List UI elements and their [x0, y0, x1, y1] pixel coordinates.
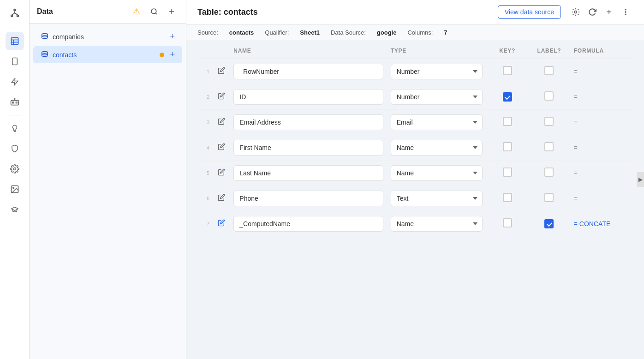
nav-icon-graduation[interactable]	[6, 200, 24, 219]
edit-icon-cell[interactable]	[213, 186, 230, 211]
column-name-input[interactable]	[233, 64, 383, 79]
nav-icon-image[interactable]	[6, 180, 24, 198]
column-type-select[interactable]: NumberTextEmailNameLongTextDateDateTimeP…	[391, 64, 483, 79]
col-header-name: NAME	[230, 41, 387, 59]
key-checkbox-cell[interactable]	[486, 186, 528, 211]
column-name-input[interactable]	[233, 114, 383, 130]
key-checkbox-cell[interactable]	[486, 59, 528, 84]
key-checkbox[interactable]	[503, 92, 512, 102]
nav-icon-bulb[interactable]	[6, 119, 24, 138]
svg-point-16	[13, 168, 16, 170]
divider	[7, 28, 22, 28]
settings-icon-button[interactable]	[568, 5, 583, 19]
edit-icon-cell[interactable]	[213, 110, 230, 135]
edit-icon-cell[interactable]	[213, 135, 230, 161]
svg-point-22	[42, 51, 48, 53]
key-checkbox[interactable]	[503, 142, 512, 151]
column-type-select[interactable]: NumberTextEmailNameLongTextDateDateTimeP…	[391, 216, 483, 232]
key-checkbox-cell[interactable]	[486, 84, 528, 110]
edit-icon[interactable]	[218, 168, 225, 176]
add-contacts-button[interactable]: +	[170, 50, 175, 60]
label-checkbox[interactable]	[544, 168, 554, 177]
nav-icon-settings[interactable]	[6, 160, 24, 178]
edit-icon[interactable]	[218, 67, 225, 74]
label-checkbox-cell[interactable]	[528, 186, 570, 211]
column-type-select[interactable]: NumberTextEmailNameLongTextDateDateTimeP…	[391, 89, 483, 105]
key-checkbox[interactable]	[503, 218, 512, 227]
add-companies-button[interactable]: +	[170, 32, 175, 42]
nav-icon-bolt[interactable]	[6, 72, 24, 91]
label-checkbox[interactable]	[544, 219, 554, 228]
label-checkbox-cell[interactable]	[528, 110, 570, 135]
add-column-button[interactable]: +	[602, 5, 616, 19]
key-checkbox[interactable]	[503, 117, 512, 126]
edit-icon[interactable]	[218, 118, 225, 125]
table-row: 1 NumberTextEmailNameLongTextDateDateTim…	[197, 59, 633, 84]
column-name-input[interactable]	[233, 89, 383, 105]
add-table-button[interactable]: +	[165, 5, 179, 18]
formula-cell[interactable]: =	[570, 84, 633, 110]
svg-point-2	[17, 15, 18, 17]
column-type-select[interactable]: NumberTextEmailNameLongTextDateDateTimeP…	[391, 165, 483, 181]
label-checkbox[interactable]	[544, 193, 554, 202]
key-checkbox-cell[interactable]	[486, 135, 528, 161]
column-type-select[interactable]: NumberTextEmailNameLongTextDateDateTimeP…	[391, 114, 483, 130]
key-checkbox-cell[interactable]	[486, 110, 528, 135]
label-checkbox[interactable]	[544, 66, 554, 75]
nav-icon-table[interactable]	[6, 32, 24, 50]
formula-cell[interactable]: =	[570, 186, 633, 211]
edit-icon-cell[interactable]	[213, 59, 230, 84]
refresh-icon-button[interactable]	[585, 5, 600, 19]
view-data-source-button[interactable]: View data source	[498, 5, 561, 19]
edit-icon[interactable]	[218, 92, 225, 100]
app-logo-icon[interactable]	[6, 4, 24, 22]
divider2	[7, 115, 22, 115]
edit-icon[interactable]	[218, 219, 225, 227]
nav-icon-robot[interactable]	[6, 93, 24, 111]
nav-icon-shield[interactable]	[6, 139, 24, 158]
column-name-input[interactable]	[233, 165, 383, 181]
label-checkbox-cell[interactable]	[528, 135, 570, 161]
label-checkbox-cell[interactable]	[528, 84, 570, 110]
col-header-formula: FORMULA	[570, 41, 633, 59]
column-name-input[interactable]	[233, 216, 383, 232]
table-row: 5 NumberTextEmailNameLongTextDateDateTim…	[197, 161, 633, 186]
column-type-select[interactable]: NumberTextEmailNameLongTextDateDateTimeP…	[391, 140, 483, 156]
key-checkbox-cell[interactable]	[486, 161, 528, 186]
edit-icon-cell[interactable]	[213, 211, 230, 237]
key-checkbox-cell[interactable]	[486, 211, 528, 237]
svg-rect-14	[12, 102, 14, 103]
formula-cell[interactable]: =	[570, 110, 633, 135]
formula-cell[interactable]: =	[570, 59, 633, 84]
column-name-input[interactable]	[233, 191, 383, 206]
search-icon[interactable]	[147, 5, 161, 18]
column-type-cell: NumberTextEmailNameLongTextDateDateTimeP…	[387, 135, 487, 161]
warning-icon[interactable]: ⚠	[130, 5, 143, 18]
nav-icon-mobile[interactable]	[6, 52, 24, 71]
key-checkbox[interactable]	[503, 66, 512, 75]
formula-cell[interactable]: = CONCATE	[570, 211, 633, 237]
sidebar-item-contacts[interactable]: contacts +	[33, 46, 182, 63]
key-checkbox[interactable]	[503, 193, 512, 202]
more-options-button[interactable]	[618, 5, 633, 19]
sidebar-item-companies[interactable]: companies +	[33, 28, 182, 45]
label-checkbox-cell[interactable]	[528, 59, 570, 84]
column-name-cell	[230, 186, 387, 211]
key-checkbox[interactable]	[503, 168, 512, 177]
edit-icon[interactable]	[218, 143, 225, 150]
label-checkbox-cell[interactable]	[528, 211, 570, 237]
column-type-select[interactable]: NumberTextEmailNameLongTextDateDateTimeP…	[391, 191, 483, 206]
edit-icon[interactable]	[218, 194, 225, 201]
formula-cell[interactable]: =	[570, 161, 633, 186]
column-name-input[interactable]	[233, 140, 383, 156]
formula-cell[interactable]: =	[570, 135, 633, 161]
edit-icon-cell[interactable]	[213, 161, 230, 186]
label-checkbox[interactable]	[544, 117, 554, 126]
col-header-num	[197, 41, 213, 59]
edit-icon-cell[interactable]	[213, 84, 230, 110]
table-row: 6 NumberTextEmailNameLongTextDateDateTim…	[197, 186, 633, 211]
label-checkbox-cell[interactable]	[528, 161, 570, 186]
right-panel-toggle[interactable]: ▶	[637, 172, 644, 187]
label-checkbox[interactable]	[544, 142, 554, 151]
label-checkbox[interactable]	[544, 91, 554, 101]
